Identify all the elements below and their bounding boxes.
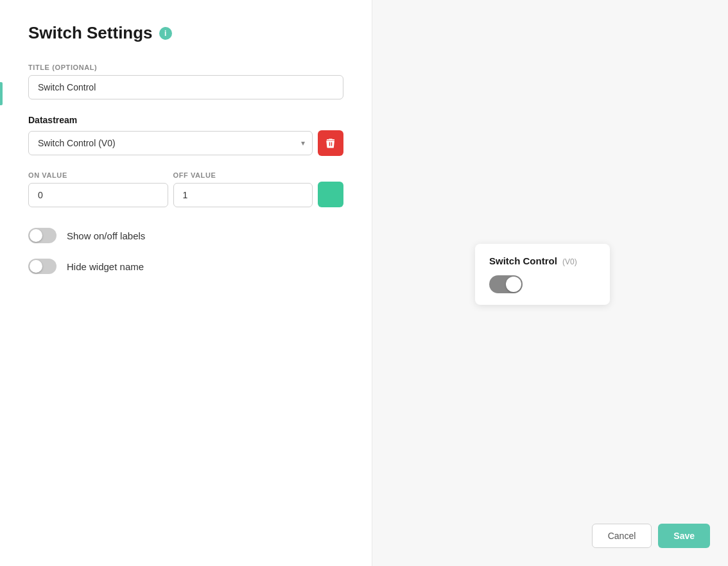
green-color-box: [318, 182, 343, 207]
delete-datastream-button[interactable]: [318, 130, 343, 156]
left-accent-bar: [0, 82, 3, 105]
widget-preview-toggle[interactable]: [489, 275, 523, 293]
datastream-select[interactable]: Switch Control (V0) Datastream 1 Datastr…: [28, 131, 313, 155]
on-value-label: ON VALUE: [28, 171, 168, 179]
right-panel: Switch Control (V0) Cancel Save: [372, 0, 728, 566]
hide-widget-toggle[interactable]: [28, 259, 56, 274]
cancel-button[interactable]: Cancel: [592, 524, 652, 548]
bottom-buttons: Cancel Save: [592, 524, 710, 548]
show-labels-toggle[interactable]: [28, 228, 56, 243]
left-panel: Switch Settings i TITLE (OPTIONAL) Datas…: [0, 0, 372, 566]
datastream-field-group: Datastream Switch Control (V0) Datastrea…: [28, 115, 343, 156]
datastream-select-wrapper: Switch Control (V0) Datastream 1 Datastr…: [28, 131, 313, 155]
widget-preview-title: Switch Control (V0): [489, 255, 596, 266]
toggle-knob: [30, 229, 42, 242]
title-field-group: TITLE (OPTIONAL): [28, 64, 343, 99]
datastream-label: Datastream: [28, 115, 343, 125]
page-title-row: Switch Settings i: [28, 23, 343, 43]
hide-widget-row: Hide widget name: [28, 259, 343, 274]
off-value-group: OFF VALUE: [173, 171, 313, 207]
widget-version-tag: (V0): [562, 257, 577, 266]
title-input[interactable]: [28, 75, 343, 99]
value-row: ON VALUE OFF VALUE: [28, 171, 343, 207]
save-button[interactable]: Save: [658, 524, 710, 548]
toggle-knob-2: [30, 260, 42, 273]
on-value-input[interactable]: [28, 183, 168, 207]
show-labels-row: Show on/off labels: [28, 228, 343, 243]
trash-icon: [325, 137, 336, 149]
off-value-label: OFF VALUE: [173, 171, 313, 179]
show-labels-text: Show on/off labels: [67, 230, 145, 241]
on-value-group: ON VALUE: [28, 171, 168, 207]
datastream-row: Switch Control (V0) Datastream 1 Datastr…: [28, 130, 343, 156]
widget-toggle-knob: [506, 277, 521, 292]
page-title: Switch Settings: [28, 23, 153, 43]
hide-widget-text: Hide widget name: [67, 261, 144, 272]
title-label: TITLE (OPTIONAL): [28, 64, 343, 71]
off-value-input[interactable]: [173, 183, 313, 207]
info-icon[interactable]: i: [159, 27, 172, 40]
widget-preview-card: Switch Control (V0): [475, 244, 610, 305]
